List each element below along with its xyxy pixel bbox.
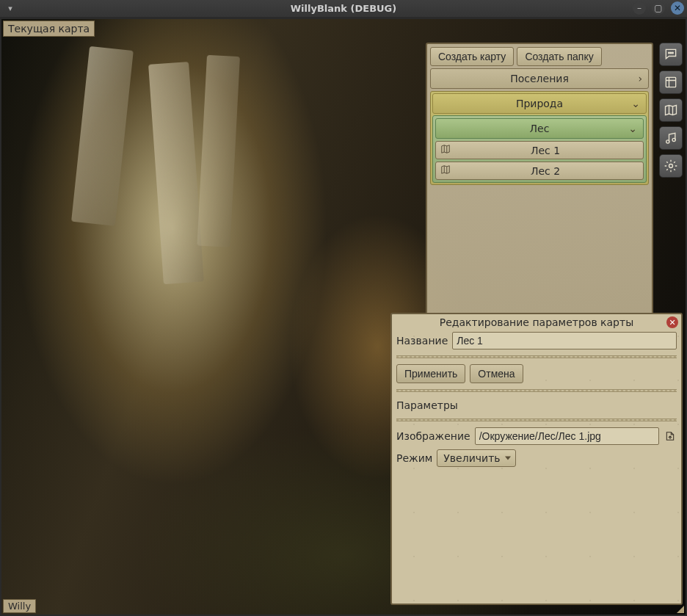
maps-tree-panel: Создать карту Создать папку Поселения › … bbox=[426, 43, 653, 332]
maximize-button[interactable]: ▢ bbox=[652, 1, 665, 15]
category-forest-container: Лес ⌄ Лес 1 Лес 2 bbox=[432, 115, 647, 183]
svg-point-4 bbox=[666, 140, 669, 143]
category-label: Природа bbox=[516, 98, 563, 109]
cancel-button[interactable]: Отмена bbox=[470, 364, 523, 383]
map-button[interactable] bbox=[659, 98, 683, 122]
image-path-input[interactable] bbox=[475, 427, 659, 445]
dialog-title-text: Редактирование параметров карты bbox=[440, 316, 633, 328]
apply-button[interactable]: Применить bbox=[396, 364, 465, 383]
map-item-label: Лес 1 bbox=[452, 145, 639, 156]
divider bbox=[396, 355, 677, 358]
dialog-close-button[interactable]: ✕ bbox=[666, 316, 678, 328]
music-button[interactable] bbox=[659, 126, 683, 150]
svg-point-6 bbox=[669, 164, 673, 168]
svg-point-0 bbox=[669, 52, 670, 54]
app-menu-icon[interactable]: ▾ bbox=[3, 1, 18, 16]
svg-point-2 bbox=[672, 52, 674, 54]
map-icon bbox=[440, 164, 452, 177]
category-forest[interactable]: Лес ⌄ bbox=[435, 118, 644, 139]
chat-button[interactable] bbox=[659, 43, 683, 66]
close-window-button[interactable]: ✕ bbox=[671, 1, 684, 15]
divider bbox=[396, 389, 677, 392]
settings-button[interactable] bbox=[659, 154, 683, 178]
category-label: Лес bbox=[530, 123, 550, 134]
browse-file-button[interactable] bbox=[664, 430, 677, 443]
create-folder-button[interactable]: Создать папку bbox=[517, 47, 601, 66]
mode-select-value: Увеличить bbox=[443, 452, 500, 464]
image-label: Изображение bbox=[396, 430, 470, 442]
category-nature-container: Природа ⌄ Лес ⌄ Лес 1 bbox=[430, 91, 649, 185]
category-label: Поселения bbox=[510, 73, 569, 84]
journal-button[interactable] bbox=[659, 70, 683, 94]
svg-point-5 bbox=[672, 138, 675, 141]
titlebar: ▾ WillyBlank (DEBUG) – ▢ ✕ bbox=[0, 0, 687, 18]
window-title: WillyBlank (DEBUG) bbox=[0, 3, 687, 14]
category-nature[interactable]: Природа ⌄ bbox=[432, 93, 647, 114]
category-settlements[interactable]: Поселения › bbox=[430, 68, 649, 89]
parameters-label: Параметры bbox=[396, 398, 677, 413]
svg-point-1 bbox=[670, 52, 672, 54]
name-label: Название bbox=[396, 335, 448, 347]
map-editor-dialog: Редактирование параметров карты ✕ Назван… bbox=[390, 313, 683, 605]
chevron-right-icon: › bbox=[638, 73, 642, 84]
chevron-down-icon: ⌄ bbox=[628, 123, 637, 134]
map-item-label: Лес 2 bbox=[452, 165, 639, 177]
svg-rect-3 bbox=[666, 77, 675, 87]
divider bbox=[396, 418, 677, 421]
mode-label: Режим bbox=[396, 452, 432, 464]
client-area: Текущая карта Willy Создать карту Создат… bbox=[0, 18, 687, 616]
current-map-label: Текущая карта bbox=[3, 21, 95, 37]
map-item-les-2[interactable]: Лес 2 bbox=[435, 162, 644, 180]
name-input[interactable] bbox=[452, 332, 677, 349]
minimize-button[interactable]: – bbox=[633, 1, 646, 15]
map-item-les-1[interactable]: Лес 1 bbox=[435, 141, 644, 159]
map-icon bbox=[440, 144, 452, 156]
create-map-button[interactable]: Создать карту bbox=[430, 47, 514, 66]
side-toolbar bbox=[659, 43, 683, 178]
dialog-title: Редактирование параметров карты ✕ bbox=[392, 314, 681, 330]
chevron-down-icon: ⌄ bbox=[631, 98, 640, 109]
username-label: Willy bbox=[3, 599, 36, 613]
mode-select[interactable]: Увеличить bbox=[437, 449, 515, 467]
